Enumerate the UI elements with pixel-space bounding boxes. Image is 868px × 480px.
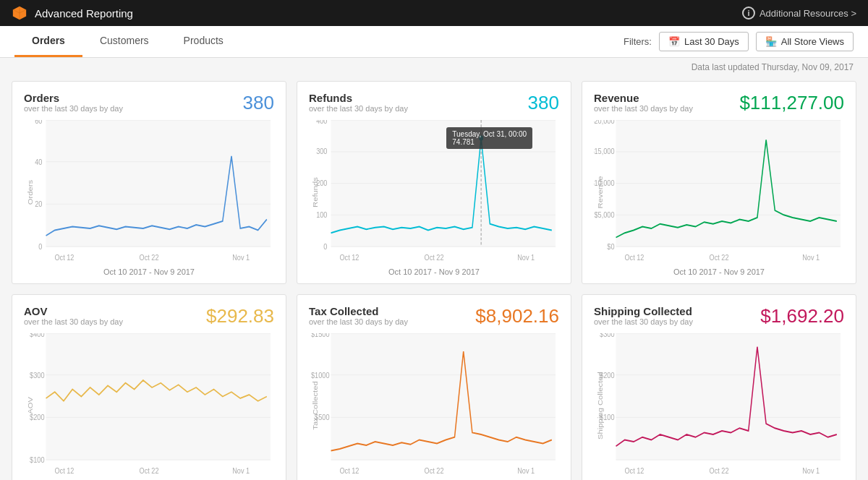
svg-text:100: 100 [316,210,328,219]
calendar-icon: 📅 [668,36,680,47]
store-filter-label: All Store Views [781,36,844,47]
aov-card-header: AOV over the last 30 days by day $292.83 [24,305,274,332]
aov-card: AOV over the last 30 days by day $292.83… [12,294,286,480]
svg-text:Nov 1: Nov 1 [517,466,535,475]
tax-card-title: Tax Collected [309,305,408,317]
revenue-card-subtitle: over the last 30 days by day [594,104,693,113]
revenue-card-title: Revenue [594,92,693,104]
tabs-bar: Orders Customers Products Filters: 📅 Las… [0,26,868,58]
additional-resources-link[interactable]: Additional Resources > [760,8,856,19]
refunds-card: Refunds over the last 30 days by day 380… [297,81,571,284]
svg-text:Oct 12: Oct 12 [624,253,644,262]
svg-text:Orders: Orders [27,180,34,205]
svg-rect-70 [616,333,841,460]
shipping-chart: $300 $200 $100 Shipping Collected Oct 12… [594,333,844,478]
refunds-date-range: Oct 10 2017 - Nov 9 2017 [309,267,559,276]
svg-text:$100: $100 [30,455,45,464]
tax-card-value: $8,902.16 [475,305,559,327]
svg-text:Nov 1: Nov 1 [232,253,250,262]
date-filter-button[interactable]: 📅 Last 30 Days [659,32,749,51]
svg-text:$300: $300 [30,372,45,380]
svg-text:Oct 22: Oct 22 [140,253,159,262]
tax-card-subtitle: over the last 30 days by day [309,317,408,326]
svg-text:Oct 12: Oct 12 [339,253,359,262]
svg-text:Nov 1: Nov 1 [232,466,250,475]
svg-text:300: 300 [316,147,328,156]
shipping-card: Shipping Collected over the last 30 days… [582,294,856,480]
svg-text:Oct 22: Oct 22 [710,466,729,475]
orders-card-subtitle: over the last 30 days by day [24,104,123,113]
refunds-card-header: Refunds over the last 30 days by day 380 [309,92,559,119]
svg-text:$20,000: $20,000 [594,120,615,125]
svg-text:Revenue: Revenue [597,176,604,208]
svg-text:Oct 22: Oct 22 [425,253,444,262]
revenue-card: Revenue over the last 30 days by day $11… [582,81,856,284]
orders-card-title: Orders [24,92,123,104]
svg-text:$5,000: $5,000 [594,210,614,219]
svg-point-29 [479,135,483,141]
svg-text:Refunds: Refunds [312,177,319,207]
data-updated-text: Data last updated Thursday, Nov 09, 2017 [0,58,868,74]
nav-left: Advanced Reporting [12,5,133,21]
svg-text:20: 20 [35,200,42,208]
orders-date-range: Oct 10 2017 - Nov 9 2017 [24,267,274,276]
svg-text:Oct 12: Oct 12 [54,466,74,475]
svg-text:Oct 12: Oct 12 [339,466,359,475]
svg-text:0: 0 [38,242,42,251]
svg-text:Oct 12: Oct 12 [624,466,644,475]
aov-chart: $400 $300 $200 $100 AOV Oct 12 Oct 22 No… [24,333,274,478]
tabs-list: Orders Customers Products [14,26,241,57]
orders-card: Orders over the last 30 days by day 380 … [12,81,286,284]
refunds-chart: 400 300 200 100 0 Refunds Oct 12 Oct 22 … [309,120,559,265]
svg-text:Oct 22: Oct 22 [710,253,729,262]
svg-text:Tax Collected: Tax Collected [312,381,319,430]
svg-text:Nov 1: Nov 1 [517,253,535,262]
orders-card-value: 380 [243,92,274,114]
top-navigation: Advanced Reporting i Additional Resource… [0,0,868,26]
magento-logo-icon [12,5,27,21]
revenue-card-header: Revenue over the last 30 days by day $11… [594,92,844,119]
shipping-card-header: Shipping Collected over the last 30 days… [594,305,844,332]
tax-card: Tax Collected over the last 30 days by d… [297,294,571,480]
tax-card-header: Tax Collected over the last 30 days by d… [309,305,559,332]
svg-text:$0: $0 [607,242,614,251]
shipping-card-title: Shipping Collected [594,305,693,317]
refunds-card-value: 380 [528,92,559,114]
svg-text:40: 40 [35,158,42,167]
svg-text:Shipping Collected: Shipping Collected [597,372,604,440]
svg-text:Oct 22: Oct 22 [140,466,159,475]
nav-right: i Additional Resources > [742,7,856,20]
tab-orders[interactable]: Orders [14,26,82,57]
svg-text:Nov 1: Nov 1 [802,466,820,475]
app-title: Advanced Reporting [35,7,133,20]
svg-text:0: 0 [323,242,327,251]
cards-grid: Orders over the last 30 days by day 380 … [0,74,868,480]
filters-label: Filters: [624,36,652,47]
refunds-card-title: Refunds [309,92,408,104]
svg-text:AOV: AOV [27,397,34,414]
refunds-card-subtitle: over the last 30 days by day [309,104,408,113]
svg-text:$300: $300 [600,333,615,338]
aov-card-title: AOV [24,305,123,317]
svg-text:Oct 22: Oct 22 [425,466,444,475]
tab-products[interactable]: Products [166,26,241,57]
store-icon: 🏪 [765,36,777,47]
orders-card-header: Orders over the last 30 days by day 380 [24,92,274,119]
revenue-date-range: Oct 10 2017 - Nov 9 2017 [594,267,844,276]
svg-text:$400: $400 [30,333,45,338]
date-filter-label: Last 30 Days [684,36,739,47]
svg-text:$1000: $1000 [311,372,330,380]
aov-card-subtitle: over the last 30 days by day [24,317,123,326]
revenue-chart: $20,000 $15,000 $10,000 $5,000 $0 Revenu… [594,120,844,265]
store-filter-button[interactable]: 🏪 All Store Views [756,32,854,51]
tab-customers[interactable]: Customers [82,26,166,57]
orders-chart: 60 40 20 0 Orders Oct 12 Oct 22 Nov 1 [24,120,274,265]
svg-text:Nov 1: Nov 1 [802,253,820,262]
tax-chart: $1500 $1000 $500 Tax Collected Oct 12 Oc… [309,333,559,478]
svg-text:Oct 12: Oct 12 [54,253,74,262]
svg-text:60: 60 [35,120,42,125]
info-icon: i [742,7,755,20]
revenue-card-value: $111,277.00 [739,92,844,114]
shipping-card-subtitle: over the last 30 days by day [594,317,693,326]
filters-area: Filters: 📅 Last 30 Days 🏪 All Store View… [624,32,854,51]
